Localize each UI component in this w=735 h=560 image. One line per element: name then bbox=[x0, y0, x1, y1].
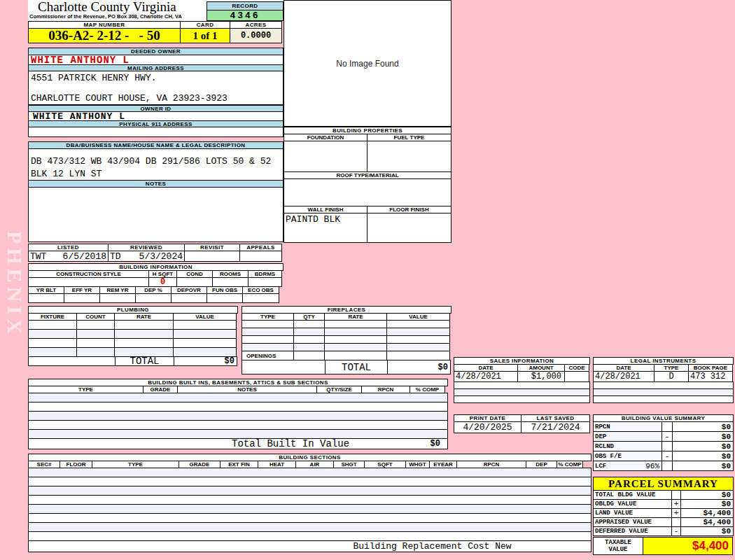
ps-op-land: + bbox=[671, 508, 681, 518]
reviewed-date: 5/3/2024 bbox=[139, 251, 183, 262]
ps-label-obldg: OBLDG VALUE bbox=[593, 499, 672, 509]
legal-instruments-table: LEGAL INSTRUMENTS DATE TYPE BOOK PAGE 4/… bbox=[593, 357, 734, 403]
reviewed-by: TD bbox=[110, 251, 121, 262]
ps-op-deferred: - bbox=[671, 526, 681, 536]
notes-box bbox=[28, 187, 284, 242]
ps-value-appraised: $4,400 bbox=[680, 517, 734, 527]
vs-extra-lcf: 96% bbox=[645, 462, 662, 470]
legal-bookpage: 473 312 bbox=[688, 371, 733, 382]
mailing-address-box: 4551 PATRICK HENRY HWY. CHARLOTTE COURT … bbox=[28, 71, 284, 105]
building-value-summary: BUILDING VALUE SUMMARY RPCN$0 DEP-$0 RCL… bbox=[593, 414, 734, 471]
wall-finish-value: PAINTD BLK bbox=[284, 213, 368, 243]
vs-value-lcf: $0 bbox=[672, 461, 734, 471]
plumbing-total-value: $0 bbox=[174, 356, 237, 366]
deeded-owner-value: WHITE ANTHONY L bbox=[28, 55, 284, 65]
vs-op-obs: - bbox=[662, 451, 673, 461]
vs-label-obs: OBS F/E bbox=[595, 453, 622, 460]
record-value: 4346 bbox=[206, 10, 284, 21]
card-value: 1 of 1 bbox=[180, 28, 230, 43]
listed-date: 6/5/2018 bbox=[63, 251, 106, 262]
hsqft-value: 0 bbox=[148, 277, 177, 287]
ps-op-appraised bbox=[671, 517, 681, 527]
parcel-summary-title: PARCEL SUMMARY bbox=[593, 477, 734, 491]
built-ins-total-label: Total Built In Value bbox=[232, 438, 349, 449]
vs-value-dep: $0 bbox=[672, 431, 734, 442]
map-number-value: 036-A2- 2-12 - - 50 bbox=[28, 28, 181, 43]
plumbing-table: PLUMBING FIXTURE COUNT RATE VALUE TOTAL … bbox=[28, 306, 238, 366]
plumbing-total-label: TOTAL bbox=[115, 356, 174, 366]
building-sections-table: BUILDING SECTIONS SEC# FLOOR TYPE GRADE … bbox=[28, 454, 592, 552]
ps-value-totalbldg: $0 bbox=[680, 490, 734, 500]
dates-block: PRINT DATE LAST SAVED 4/20/2025 7/21/202… bbox=[454, 414, 590, 433]
mailing-line2: CHARLOTTE COURT HOUSE, VA 23923-3923 bbox=[31, 93, 227, 104]
sales-table: SALES INFORMATION DATE AMOUNT CODE 4/28/… bbox=[454, 357, 590, 403]
last-saved-value: 7/21/2024 bbox=[521, 421, 590, 433]
ps-label-land: LAND VALUE bbox=[593, 508, 672, 518]
property-image-placeholder: No Image Found bbox=[284, 0, 451, 127]
sales-amount: $1,000 bbox=[517, 371, 565, 382]
acres-value: 0.0000 bbox=[230, 28, 282, 43]
owner-id-value: WHITE ANTHONY L bbox=[28, 111, 284, 121]
vs-op-lcf bbox=[662, 461, 673, 471]
sales-row: 4/28/2021 $1,000 bbox=[454, 371, 590, 382]
visits-block: LISTED REVIEWED REVISIT APPEALS TWT6/5/2… bbox=[28, 244, 284, 262]
ps-value-obldg: $0 bbox=[680, 499, 734, 509]
appeals-value bbox=[239, 251, 282, 262]
ps-label-deferred: DEFERRED VALUE bbox=[593, 526, 672, 536]
fireplaces-table: FIREPLACES TYPE QTY RATE VALUE OPENINGS … bbox=[241, 306, 451, 374]
ps-value-deferred: $0 bbox=[680, 526, 734, 536]
ps-value-land: $4,400 bbox=[680, 508, 734, 518]
fireplaces-openings-label: OPENINGS bbox=[241, 351, 294, 360]
vs-value-rpcn: $0 bbox=[672, 421, 734, 432]
parcel-summary: PARCEL SUMMARY TOTAL BLDG VALUE$0 OBLDG … bbox=[593, 477, 734, 555]
ps-op-totalbldg bbox=[671, 490, 681, 500]
building-information: BUILDING INFORMATION CONSTRUCTION STYLE … bbox=[28, 263, 284, 303]
physical-911-value bbox=[28, 127, 284, 137]
foundation-value bbox=[284, 141, 368, 172]
vs-value-rclnd: $0 bbox=[672, 441, 734, 451]
vs-label-rpcn: RPCN bbox=[595, 424, 610, 430]
phenix-watermark: PHENIX bbox=[3, 231, 27, 338]
vs-op-dep: - bbox=[662, 431, 673, 442]
sales-date: 4/28/2021 bbox=[454, 371, 518, 382]
vs-value-obs: $0 bbox=[672, 451, 734, 461]
legal-desc-line1: DB 473/312 WB 43/904 DB 291/586 LOTS 50 … bbox=[31, 156, 283, 167]
ps-label-appraised: APPRAISED VALUE bbox=[593, 517, 672, 527]
legal-instruments-row: 4/28/2021 D 473 312 bbox=[593, 371, 734, 382]
listed-value: TWT6/5/2018 bbox=[28, 251, 108, 262]
listed-by: TWT bbox=[30, 251, 46, 262]
building-replacement-footer: Building Replacement Cost New bbox=[28, 540, 592, 552]
taxable-value-label: TAXABLE VALUE bbox=[593, 537, 643, 555]
mailing-line1: 4551 PATRICK HENRY HWY. bbox=[31, 73, 283, 83]
dba-box: DB 473/312 WB 43/904 DB 291/586 LOTS 50 … bbox=[28, 148, 284, 181]
cond-value bbox=[176, 277, 213, 287]
taxable-value: $4,400 bbox=[643, 537, 733, 555]
rooms-value bbox=[212, 277, 248, 287]
ps-op-obldg: + bbox=[671, 499, 681, 509]
roof-type-value bbox=[284, 178, 451, 206]
reviewed-value: TD5/3/2024 bbox=[108, 251, 185, 262]
fuel-type-value bbox=[367, 141, 451, 172]
building-properties: BUILDING PROPERTIES FOUNDATION FUEL TYPE… bbox=[284, 127, 451, 243]
legal-date: 4/28/2021 bbox=[593, 371, 654, 382]
legal-desc-line2: BLK 12 LYN ST bbox=[31, 169, 283, 179]
print-date-value: 4/20/2025 bbox=[454, 421, 522, 433]
vs-label-dep: DEP bbox=[595, 433, 606, 440]
sales-code bbox=[564, 371, 589, 382]
bdrms-value bbox=[248, 277, 282, 287]
floor-finish-value bbox=[367, 213, 451, 243]
fireplaces-total-value: $0 bbox=[387, 360, 451, 374]
vs-op-rclnd bbox=[662, 441, 673, 451]
fireplaces-total-label: TOTAL bbox=[325, 360, 388, 374]
ps-label-totalbldg: TOTAL BLDG VALUE bbox=[593, 490, 672, 500]
vs-op-rpcn bbox=[662, 421, 673, 432]
built-ins-total-value: $0 bbox=[430, 439, 440, 449]
vs-label-rclnd: RCLND bbox=[595, 443, 614, 450]
vs-label-lcf: LCF bbox=[595, 463, 606, 470]
legal-type: D bbox=[654, 371, 689, 382]
map-row: MAP NUMBER CARD ACRES 036-A2- 2-12 - - 5… bbox=[28, 21, 284, 43]
revisit-value bbox=[184, 251, 240, 262]
built-ins-table: BUILDING BUILT INS, BASEMENTS, ATTICS & … bbox=[28, 379, 448, 449]
construction-style-value bbox=[28, 277, 149, 287]
no-image-text: No Image Found bbox=[336, 59, 398, 69]
